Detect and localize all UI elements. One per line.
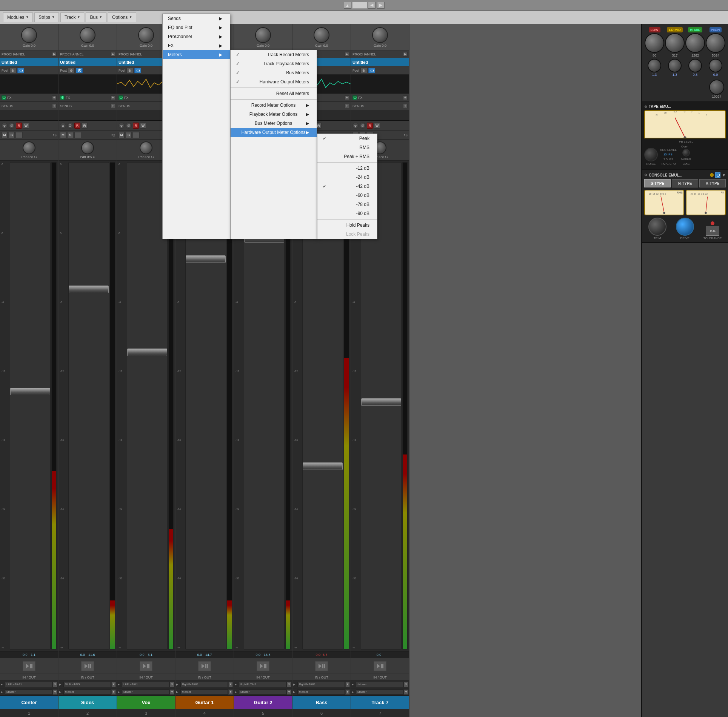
post-active-btn-ch1[interactable]: ⏻ (17, 68, 24, 73)
meter-item-track-record[interactable]: ✓ Track Record Meters (231, 50, 317, 59)
record-btn-ch3[interactable]: R (133, 123, 139, 129)
bus-arrow-ch1[interactable]: ▼ (53, 689, 57, 695)
tape-ips75-btn[interactable]: 7.5 IPS (662, 157, 675, 161)
write-btn-ch2[interactable]: W (82, 123, 88, 129)
input-arrow-ch4[interactable]: ▼ (228, 682, 233, 687)
speaker-btn-ch3[interactable] (133, 132, 140, 138)
bus-arrow-ch7[interactable]: ▼ (404, 689, 408, 695)
fx-add-ch1[interactable]: + (52, 95, 57, 100)
pan-knob-ch3[interactable] (140, 141, 152, 154)
hw-item-minus12[interactable]: ✓ -12 dB (317, 164, 377, 173)
menu-item-fx[interactable]: FX ▶ (163, 41, 230, 50)
fx-power-ch3[interactable]: ⏻ (119, 95, 123, 100)
menu-track[interactable]: Track ▼ (60, 12, 84, 22)
fx-power-ch2[interactable]: ⏻ (60, 95, 65, 100)
input-value-ch1[interactable]: LftFcsTAA1 (5, 682, 52, 687)
meter-item-track-playback[interactable]: ✓ Track Playback Meters (231, 59, 317, 68)
tape-pblevel-knob[interactable] (682, 149, 690, 157)
fader-track-ch2[interactable] (68, 162, 109, 649)
solo-btn-ch3[interactable]: S (126, 132, 132, 138)
cancel-btn-ch3[interactable]: ∅ (126, 123, 132, 129)
scroll-right-btn[interactable]: ▶ (377, 2, 385, 9)
bus-value-ch1[interactable]: Master (5, 689, 52, 695)
input-value-ch5[interactable]: RghtFcTAI1 (239, 682, 286, 687)
fx-add-ch2[interactable]: + (111, 95, 115, 100)
fx-power-ch1[interactable]: ⏻ (2, 95, 6, 100)
menu-bus[interactable]: Bus ▼ (86, 12, 106, 22)
bus-arrow-ch2[interactable]: ▼ (111, 689, 116, 695)
input-arrow-ch7[interactable]: ▼ (404, 682, 408, 687)
transport-btn-ch4[interactable] (175, 658, 234, 674)
hw-item-minus90[interactable]: ✓ -90 dB (317, 209, 377, 218)
sends-add-ch7[interactable]: + (403, 104, 408, 108)
input-arrow-ch6[interactable]: ▼ (345, 682, 350, 687)
hw-item-minus24[interactable]: ✓ -24 dB (317, 173, 377, 182)
input-arrow-ch1[interactable]: ▼ (53, 682, 57, 687)
fader-thumb-ch2[interactable] (69, 286, 109, 293)
tape-pblevel-btn[interactable]: Over Normal (680, 144, 692, 161)
meter-item-playback-options[interactable]: ✓ Playback Meter Options ▶ (231, 110, 317, 119)
meter-item-record-options[interactable]: ✓ Record Meter Options ▶ (231, 101, 317, 110)
write-btn-ch3[interactable]: W (140, 123, 146, 129)
eq-gain-knob-himid[interactable] (688, 59, 702, 72)
hw-item-minus42[interactable]: ✓ -42 dB (317, 182, 377, 191)
scroll-thumb[interactable] (352, 2, 367, 9)
eq-gain-knob-high[interactable] (709, 59, 722, 72)
track-label-ch4[interactable]: Guitar 1 (175, 696, 234, 709)
track-label-ch6[interactable]: Bass (292, 696, 351, 709)
console-type-ntype[interactable]: N-TYPE (672, 179, 698, 187)
console-type-stype[interactable]: S-TYPE (644, 179, 671, 187)
track-name-ch2[interactable]: Untitled (58, 58, 117, 66)
transport-btn-ch6[interactable] (292, 658, 351, 674)
eq-filter-knob[interactable] (709, 80, 724, 95)
input-arrow-ch3[interactable]: ▼ (170, 682, 174, 687)
menu-item-sends[interactable]: Sends ▶ (163, 14, 230, 23)
meter-item-hw-output[interactable]: ✓ Hardware Output Meters (231, 77, 317, 86)
meter-item-bus-meters[interactable]: ✓ Bus Meters (231, 68, 317, 77)
eq-knob-low[interactable] (645, 33, 664, 53)
cancel-btn-ch2[interactable]: ∅ (67, 123, 73, 129)
fader-track-ch3[interactable] (127, 162, 168, 649)
prochannel-btn-ch7[interactable]: ▶ (403, 52, 408, 57)
pan-knob-ch1[interactable] (23, 141, 35, 154)
console-power-btn[interactable]: ⏻ (715, 172, 720, 178)
console-type-atype[interactable]: A-TYPE (699, 179, 726, 187)
bus-arrow-ch4[interactable]: ▼ (228, 689, 233, 695)
hw-item-minus78[interactable]: ✓ -78 dB (317, 200, 377, 209)
prochannel-btn-ch1[interactable]: ▶ (52, 52, 57, 57)
gain-knob-ch3[interactable] (138, 27, 154, 43)
speaker-btn-ch1[interactable] (16, 132, 23, 138)
phase-btn-ch3[interactable]: φ (119, 123, 125, 129)
cancel-btn-ch1[interactable]: ∅ (9, 123, 15, 129)
meter-item-hw-output-options[interactable]: ✓ Hardware Output Meter Options ▶ (231, 128, 317, 137)
track-label-ch7[interactable]: Track 7 (351, 696, 409, 709)
post-active-btn-ch2[interactable]: ⏻ (76, 68, 83, 73)
mute-btn-ch2[interactable]: M (60, 132, 66, 138)
post-active-btn-ch3[interactable]: ⏻ (134, 68, 141, 73)
fader-thumb-ch1[interactable] (10, 388, 50, 395)
post-route-btn-ch1[interactable]: ⊕ (9, 68, 16, 73)
eq-knob-lomid[interactable] (665, 33, 685, 53)
solo-btn-ch1[interactable]: S (9, 132, 15, 138)
transport-btn-ch3[interactable] (117, 658, 175, 674)
post-route-btn-ch2[interactable]: ⊕ (68, 68, 75, 73)
fader-track-ch1[interactable] (10, 162, 51, 649)
bus-value-ch2[interactable]: Master (63, 689, 111, 695)
fx-add-ch7[interactable]: + (403, 95, 408, 100)
track-label-ch5[interactable]: Guitar 2 (234, 696, 292, 709)
bus-arrow-ch5[interactable]: ▼ (287, 689, 291, 695)
phase-btn-ch1[interactable]: φ (2, 123, 8, 129)
menu-item-prochannel[interactable]: ProChannel ▶ (163, 32, 230, 41)
fader-thumb-ch7[interactable] (361, 398, 401, 406)
input-value-ch7[interactable]: -None- (356, 682, 403, 687)
sends-add-ch2[interactable]: + (111, 104, 115, 108)
transport-btn-ch5[interactable] (234, 658, 292, 674)
record-btn-ch2[interactable]: R (74, 123, 80, 129)
track-label-ch1[interactable]: Center (0, 696, 58, 709)
bus-arrow-ch6[interactable]: ▼ (345, 689, 350, 695)
bus-value-ch7[interactable]: Master (356, 689, 403, 695)
bus-value-ch6[interactable]: Master (297, 689, 345, 695)
speaker-btn-ch2[interactable] (74, 132, 81, 138)
scroll-left-btn[interactable]: ◀ (368, 2, 376, 9)
console-expand-btn[interactable]: ▼ (722, 173, 726, 177)
